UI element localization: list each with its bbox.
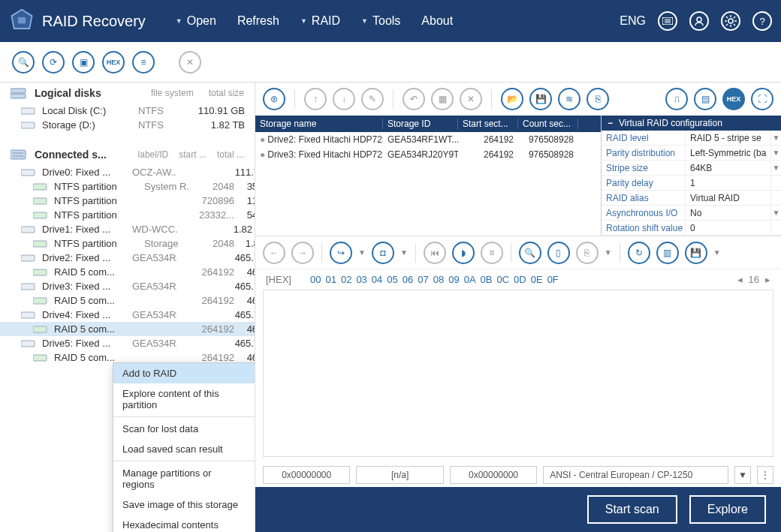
drive-icon: [33, 353, 48, 363]
cfg-row[interactable]: RAID levelRAID 5 - stripe se▼: [602, 131, 781, 146]
svg-rect-28: [33, 241, 47, 247]
menu-about[interactable]: About: [421, 14, 453, 28]
menu-refresh[interactable]: Refresh: [237, 14, 279, 28]
move-down-icon[interactable]: ↓: [333, 88, 355, 110]
connected-row[interactable]: NTFS partitionStorage20481.82 TB: [0, 236, 255, 251]
drive-icon: [21, 224, 36, 235]
move-up-icon[interactable]: ↑: [304, 88, 327, 110]
svg-rect-24: [33, 184, 47, 190]
undo-icon[interactable]: ↶: [403, 88, 425, 110]
connected-row[interactable]: RAID 5 com...264192465.6...: [0, 293, 255, 308]
disk-icon: [21, 106, 36, 116]
save-disk-icon[interactable]: 💾: [529, 88, 552, 110]
ctx-item[interactable]: Load saved scan result: [113, 439, 255, 459]
ctx-item[interactable]: Scan for lost data: [113, 419, 255, 439]
chart-icon[interactable]: ▤: [694, 88, 716, 110]
settings-icon[interactable]: [721, 11, 740, 31]
jump-icon[interactable]: ↪: [330, 242, 352, 264]
app-header: RAID Recovery ▼OpenRefresh▼RAID▼ToolsAbo…: [0, 0, 781, 42]
edit-icon[interactable]: ✎: [361, 88, 384, 110]
drive-icon: [33, 182, 48, 192]
ctx-item[interactable]: Explore content of this partition: [113, 383, 255, 415]
nav-back-icon[interactable]: ←: [263, 242, 285, 264]
grid-icon[interactable]: ▦: [431, 88, 454, 110]
status-more-icon[interactable]: ⋮: [757, 466, 773, 484]
close-icon[interactable]: ✕: [179, 51, 201, 74]
bookmark-icon[interactable]: ◘: [372, 242, 394, 264]
drive-icon: [33, 296, 48, 306]
activity-icon[interactable]: ⎍: [665, 88, 688, 110]
cfg-row[interactable]: Rotation shift value0: [602, 221, 781, 236]
save2-icon[interactable]: 💾: [685, 242, 707, 264]
start-scan-button[interactable]: Start scan: [587, 495, 677, 524]
cfg-row[interactable]: Parity distributionLeft-Symmetric (ba▼: [602, 146, 781, 161]
reload-icon[interactable]: ↻: [628, 242, 650, 264]
copy-icon[interactable]: ⎘: [576, 242, 599, 264]
help-icon[interactable]: ?: [752, 11, 772, 31]
storage-row[interactable]: ●Drive3: Fixed Hitachi HDP7250...GEA534R…: [255, 147, 601, 162]
rewind-icon[interactable]: ⏮: [424, 242, 446, 264]
svg-point-7: [728, 19, 733, 23]
ctx-item[interactable]: Hexadecimal contents: [113, 515, 255, 532]
storage-row[interactable]: ●Drive2: Fixed Hitachi HDP7250...GEA534R…: [255, 132, 601, 147]
explore-button[interactable]: Explore: [689, 495, 766, 524]
drive-icon: [33, 324, 48, 335]
view-icon[interactable]: [658, 11, 677, 31]
codepage-dropdown-icon[interactable]: ▼: [734, 466, 751, 484]
box-icon[interactable]: ▣: [72, 51, 95, 74]
status-codepage[interactable]: ANSI - Central European / CP-1250: [543, 466, 728, 484]
layout-icon[interactable]: ▯: [547, 242, 570, 264]
width-right-icon[interactable]: ▸: [765, 274, 770, 285]
search-icon[interactable]: 🔍: [12, 51, 35, 74]
drive-icon: [21, 338, 36, 349]
export-icon[interactable]: ⎘: [587, 88, 609, 110]
connected-row[interactable]: NTFS partitionSystem R...2048350.0...: [0, 179, 255, 194]
connected-row[interactable]: Drive3: Fixed ...GEA534R...465.7...: [0, 279, 255, 293]
width-left-icon[interactable]: ◂: [737, 274, 743, 285]
scan-icon[interactable]: ⟳: [42, 51, 65, 74]
logical-disk-row[interactable]: Local Disk (C:)NTFS110.91 GB: [0, 104, 255, 118]
connected-row[interactable]: Drive2: Fixed ...GEA534R...465.7...: [0, 251, 255, 265]
connected-row[interactable]: NTFS partition23332...545.0...: [0, 208, 255, 222]
cfg-row[interactable]: Asynchronous I/ONo▼: [602, 206, 781, 221]
list-icon[interactable]: ≡: [132, 51, 155, 74]
raid-build-icon[interactable]: ⊛: [263, 88, 285, 110]
connected-row[interactable]: RAID 5 com...264192465.6...: [0, 322, 255, 336]
connected-row[interactable]: Drive1: Fixed ...WD-WCC...1.82 TB: [0, 222, 255, 236]
main-menu: ▼OpenRefresh▼RAID▼ToolsAbout: [176, 14, 453, 28]
language-selector[interactable]: ENG: [620, 14, 646, 28]
hex-mode-icon[interactable]: HEX: [722, 88, 745, 110]
connected-row[interactable]: Drive0: Fixed ...OCZ-AW...111.7...: [0, 165, 255, 179]
ctx-item[interactable]: Save image of this storage: [113, 494, 255, 515]
cfg-row[interactable]: RAID aliasVirtual RAID: [602, 191, 781, 206]
menu-raid[interactable]: ▼RAID: [300, 14, 340, 28]
svg-rect-16: [11, 89, 26, 93]
user-icon[interactable]: [689, 11, 709, 31]
connected-row[interactable]: NTFS partition720896110.9...: [0, 194, 255, 208]
svg-rect-35: [21, 341, 35, 347]
logical-disk-row[interactable]: Storage (D:)NTFS1.82 TB: [0, 118, 255, 132]
find-icon[interactable]: 🔍: [519, 242, 541, 264]
cfg-row[interactable]: Parity delay1: [602, 176, 781, 191]
cfg-row[interactable]: Stripe size64KB▼: [602, 161, 781, 176]
ctx-item[interactable]: Add to RAID: [113, 363, 255, 383]
nav-fwd-icon[interactable]: →: [291, 242, 314, 264]
connected-row[interactable]: RAID 5 com...264192465.6...: [0, 265, 255, 279]
connected-row[interactable]: Drive4: Fixed ...GEA534R...465.7...: [0, 308, 255, 322]
layers-icon[interactable]: ≋: [558, 88, 580, 110]
menu-open[interactable]: ▼Open: [176, 14, 216, 28]
expand-icon[interactable]: ⛶: [751, 88, 773, 110]
tag-icon[interactable]: ◗: [452, 242, 475, 264]
drive-icon: [21, 253, 36, 263]
svg-line-13: [734, 24, 735, 26]
cols-icon[interactable]: ▥: [656, 242, 679, 264]
remove-icon[interactable]: ✕: [460, 88, 482, 110]
hex-viewer[interactable]: [263, 290, 773, 457]
hex-icon[interactable]: HEX: [102, 51, 125, 74]
ctx-item[interactable]: Manage partitions or regions: [113, 463, 255, 494]
list2-icon[interactable]: ≡: [481, 242, 503, 264]
svg-rect-18: [21, 108, 35, 114]
connected-row[interactable]: Drive5: Fixed ...GEA534R...465.7...: [0, 336, 255, 350]
open-folder-icon[interactable]: 📂: [501, 88, 523, 110]
menu-tools[interactable]: ▼Tools: [361, 14, 400, 28]
